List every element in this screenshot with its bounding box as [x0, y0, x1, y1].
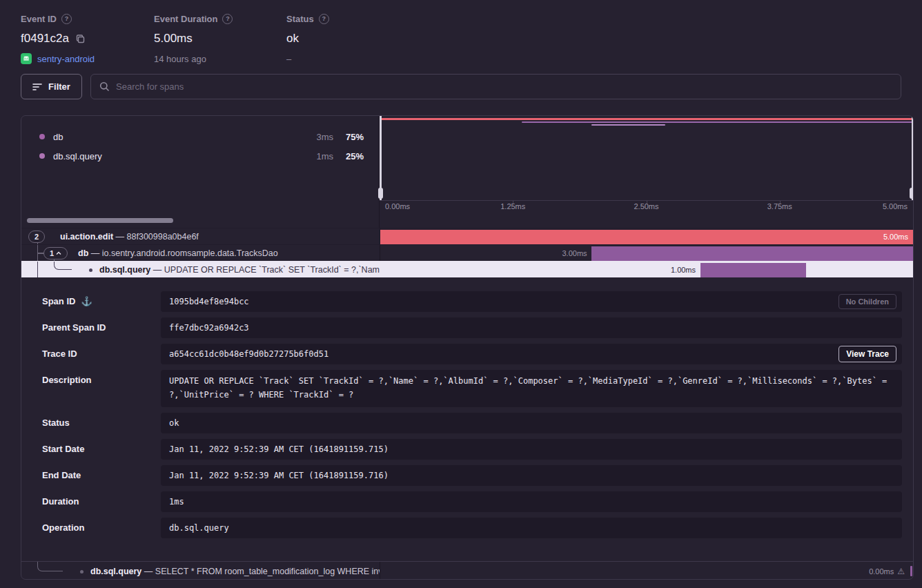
- op-percentage: 75%: [343, 132, 364, 142]
- description-value-box: UPDATE OR REPLACE `Track` SET `TrackId` …: [161, 370, 902, 407]
- span-row-db-sql-query-select[interactable]: db.sql.query — SELECT * FROM room_table_…: [21, 561, 913, 580]
- help-icon[interactable]: ?: [222, 14, 233, 24]
- span-duration-label: 1.00ms: [671, 262, 696, 278]
- anchor-icon[interactable]: ⚓: [81, 296, 92, 307]
- start-date-value: Jan 11, 2022 9:52:39 AM CET (1641891159.…: [169, 444, 389, 454]
- filter-button[interactable]: Filter: [21, 74, 82, 99]
- view-trace-button[interactable]: View Trace: [838, 346, 896, 362]
- detail-label-parent-span-id: Parent Span ID: [42, 322, 106, 333]
- event-id-value: f0491c2a: [21, 32, 69, 46]
- event-id-label: Event ID: [21, 14, 57, 24]
- span-bar[interactable]: 5.00ms: [380, 230, 913, 244]
- op-percentage: 25%: [343, 151, 364, 161]
- status-value-box: ok: [161, 413, 902, 433]
- spans-toolbar: Filter: [21, 74, 901, 99]
- status-value: ok: [286, 32, 299, 46]
- event-header: Event ID ? f0491c2a s: [0, 0, 922, 65]
- axis-tick: 5.00ms: [883, 202, 908, 210]
- horizontal-scrollbar[interactable]: [27, 218, 173, 223]
- event-duration-label: Event Duration: [154, 14, 217, 24]
- operation-value: db.sql.query: [169, 523, 229, 533]
- description-value: UPDATE OR REPLACE `Track` SET `TrackId` …: [169, 376, 887, 400]
- trace-id-value-box: a654cc61dc0b48ef9d0b27275b6f0d51 View Tr…: [161, 344, 902, 364]
- span-duration-label: 5.00ms: [883, 230, 908, 244]
- trace-id-value: a654cc61dc0b48ef9d0b27275b6f0d51: [169, 349, 328, 359]
- span-status-value: ok: [169, 418, 179, 428]
- span-desc: SELECT * FROM room_table_modification_lo…: [155, 567, 380, 576]
- help-icon[interactable]: ?: [319, 14, 329, 24]
- ops-breakdown: db 3ms 75% db.sql.query 1ms 25%: [21, 116, 380, 213]
- no-children-badge: No Children: [838, 294, 896, 309]
- viewport-handle-left[interactable]: [380, 116, 382, 200]
- search-icon: [99, 81, 110, 92]
- span-row-db-sql-query-selected[interactable]: db.sql.query — UPDATE OR REPLACE `Track`…: [21, 261, 913, 277]
- span-duration-label: 0.00ms: [869, 562, 894, 580]
- span-desc: io.sentry.android.roomsample.data.Tracks…: [102, 248, 278, 258]
- event-id-label-row: Event ID ?: [21, 12, 154, 25]
- span-duration-label: 3.00ms: [562, 245, 587, 262]
- minimap-span-line: [380, 118, 913, 120]
- status-label-row: Status ?: [286, 12, 901, 25]
- event-time-ago: 14 hours ago: [154, 54, 206, 64]
- status-sub: –: [286, 54, 291, 64]
- timeline-axis: 0.00ms 1.25ms 2.50ms 3.75ms 5.00ms: [380, 200, 913, 213]
- op-color-dot: [39, 153, 45, 159]
- android-platform-icon: [21, 53, 32, 64]
- span-details-panel: Span ID ⚓ 1095bd4ef8e94bcc No Children P…: [21, 277, 913, 561]
- span-row-ui-action-edit[interactable]: 2 ui.action.edit — 88f300998a0b4e6f 5.00…: [21, 228, 913, 244]
- op-duration: 3ms: [303, 132, 333, 142]
- end-date-value-box: Jan 11, 2022 9:52:39 AM CET (1641891159.…: [161, 465, 902, 486]
- search-input[interactable]: [116, 81, 892, 92]
- event-duration-label-row: Event Duration ?: [154, 12, 286, 25]
- span-row-db[interactable]: 1 db — io.sentry.android.roomsample.data…: [21, 244, 913, 261]
- span-op: db.sql.query: [90, 567, 141, 576]
- filter-button-label: Filter: [48, 81, 70, 92]
- operation-value-box: db.sql.query: [161, 518, 902, 538]
- filter-icon: [32, 83, 42, 91]
- span-op: ui.action.edit: [60, 232, 113, 242]
- status-label: Status: [286, 14, 314, 24]
- event-duration-value: 5.00ms: [154, 32, 193, 46]
- trace-minimap[interactable]: [380, 116, 913, 200]
- span-id-value: 1095bd4ef8e94bcc: [169, 297, 249, 306]
- op-color-dot: [39, 134, 45, 139]
- span-id-value-box: 1095bd4ef8e94bcc No Children: [161, 291, 902, 312]
- start-date-value-box: Jan 11, 2022 9:52:39 AM CET (1641891159.…: [161, 439, 902, 460]
- detail-label-status: Status: [42, 418, 70, 428]
- minimap-span-line: [591, 124, 665, 126]
- detail-label-start-date: Start Date: [42, 444, 84, 454]
- span-desc: UPDATE OR REPLACE `Track` SET `TrackId` …: [164, 265, 380, 275]
- detail-label-duration: Duration: [42, 496, 79, 507]
- children-count-pill[interactable]: 1: [43, 247, 68, 259]
- span-bar[interactable]: [591, 246, 913, 261]
- viewport-handle-right[interactable]: [912, 116, 914, 200]
- help-icon[interactable]: ?: [61, 14, 72, 24]
- trace-view-panel: db 3ms 75% db.sql.query 1ms 25%: [21, 115, 914, 580]
- axis-tick: 0.00ms: [385, 202, 410, 210]
- detail-label-span-id: Span ID: [42, 296, 75, 306]
- axis-tick: 3.75ms: [767, 202, 792, 210]
- op-name: db.sql.query: [53, 151, 102, 161]
- legend-item-db-sql-query[interactable]: db.sql.query 1ms 25%: [21, 146, 379, 166]
- span-search: [90, 74, 901, 99]
- span-bar[interactable]: [700, 263, 806, 277]
- span-bar: [910, 566, 912, 576]
- end-date-value: Jan 11, 2022 9:52:39 AM CET (1641891159.…: [169, 471, 389, 480]
- warning-icon: ⚠: [897, 562, 905, 580]
- parent-span-id-value: ffe7dbc92a6942c3: [169, 323, 249, 333]
- project-link[interactable]: sentry-android: [37, 54, 95, 64]
- chevron-up-icon: [56, 251, 61, 255]
- detail-label-operation: Operation: [42, 522, 84, 533]
- detail-label-trace-id: Trace ID: [42, 349, 77, 359]
- axis-tick: 1.25ms: [500, 202, 525, 210]
- copy-icon[interactable]: [75, 34, 86, 44]
- span-desc: 88f300998a0b4e6f: [127, 232, 199, 242]
- axis-tick: 2.50ms: [634, 202, 658, 210]
- duration-value: 1ms: [169, 497, 184, 507]
- legend-item-db[interactable]: db 3ms 75%: [21, 127, 379, 146]
- minimap-span-line: [522, 121, 913, 124]
- children-count-pill[interactable]: 2: [28, 231, 45, 243]
- detail-label-end-date: End Date: [42, 470, 81, 480]
- span-op: db.sql.query: [99, 265, 150, 275]
- parent-span-id-value-box: ffe7dbc92a6942c3: [161, 317, 902, 338]
